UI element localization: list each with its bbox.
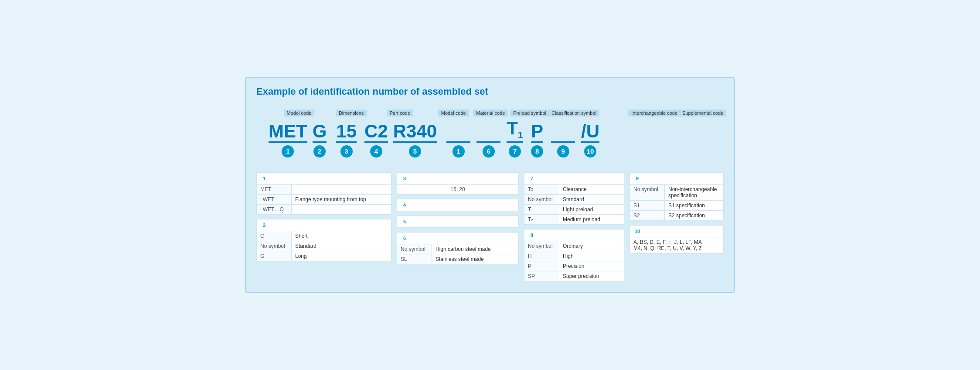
table-row: No symbol Standard	[524, 194, 624, 204]
table4-header: 4 Number of slide unit (2)	[397, 199, 519, 211]
table-row: No symbol Ordinary	[524, 241, 624, 251]
table-row: T₁ Light preload	[524, 204, 624, 214]
table9-header: 9 Interchangeable	[630, 172, 724, 184]
col-right: 7 Preload amount Tc Clearance No symbol …	[524, 172, 624, 281]
table-size: 3 Size 15, 20	[397, 172, 519, 195]
table-row: No symbol Non-interchangeable specificat…	[630, 184, 724, 200]
table-row: MET	[257, 184, 391, 194]
table-row: P Precision	[524, 261, 624, 271]
code-blank-6: 6	[476, 123, 500, 158]
tables-section: 1 Model MET LWET Flange type mounting fr…	[256, 172, 724, 281]
table2-header: 2 Length of slide unit	[257, 219, 391, 231]
code-blank-9: 9	[551, 123, 575, 158]
table3-header: 3 Size	[397, 172, 519, 184]
table-special-spec: 10 Special specification A, BS, D, E, F,…	[630, 225, 724, 254]
table-row: Tc Clearance	[524, 184, 624, 194]
code-blank-1: 1	[446, 123, 470, 158]
table-row: G Long	[257, 251, 391, 261]
table-row: No symbol Standard	[257, 241, 391, 251]
table-accuracy: 8 Accuracy class No symbol Ordinary H Hi…	[524, 229, 624, 281]
label-material-code: Material code	[473, 110, 508, 116]
table-row: SP Super precision	[524, 271, 624, 281]
table-track-rail: 5 Length of track rail (340 mm)	[397, 216, 519, 228]
code-c2: C2 4	[364, 122, 388, 158]
table-material-type: 6 Material type No symbol High carbon st…	[397, 232, 519, 264]
table-row: LWET Flange type mounting from top	[257, 194, 391, 204]
table-row: H High	[524, 251, 624, 261]
table1-header: 1 Model	[257, 172, 391, 184]
table-row: No symbol High carbon steel made	[397, 244, 519, 254]
table-row: C Short	[257, 231, 391, 241]
label-classification-symbol: Classification symbol	[548, 110, 599, 116]
col-mid: 3 Size 15, 20 4 Nu	[397, 172, 519, 264]
code-t1: T1 7	[507, 119, 523, 157]
table-slide-unit-num: 4 Number of slide unit (2)	[397, 199, 519, 211]
table-row: SL Stainless steel made	[397, 254, 519, 264]
label-supplemental-code: Supplemental code	[679, 110, 726, 116]
col-far-right: 9 Interchangeable No symbol Non-intercha…	[630, 172, 724, 254]
label-part-code: Part code	[387, 110, 413, 116]
table-row: 15, 20	[397, 184, 519, 194]
code-15: 15 3	[336, 122, 357, 158]
main-container: Example of identification number of asse…	[245, 77, 735, 292]
label-dimensions: Dimensions	[336, 110, 367, 116]
code-r340: R340 5	[393, 122, 437, 158]
table8-header: 8 Accuracy class	[524, 229, 624, 241]
code-g: G 2	[313, 122, 327, 158]
label-model-code-1: Model code	[284, 110, 315, 116]
col-left: 1 Model MET LWET Flange type mounting fr…	[256, 172, 391, 261]
table-row: T₂ Medium preload	[524, 214, 624, 224]
diagram-section: Model code Dimensions Part code Model co…	[256, 105, 724, 164]
table-row: A, BS, D, E, F, I , J, L, LF, MA M4, N, …	[630, 237, 724, 253]
table10-header: 10 Special specification	[630, 225, 724, 237]
table5-header: 5 Length of track rail (340 mm)	[397, 216, 519, 227]
table-preload: 7 Preload amount Tc Clearance No symbol …	[524, 172, 624, 225]
table6-header: 6 Material type	[397, 232, 519, 244]
page-title: Example of identification number of asse…	[256, 86, 724, 97]
code-p: P 8	[531, 122, 543, 158]
table-interchangeable: 9 Interchangeable No symbol Non-intercha…	[630, 172, 724, 221]
label-interchangeable-code: Interchangeable code	[628, 110, 681, 116]
table-row: S2 S2 specification	[630, 210, 724, 220]
table7-header: 7 Preload amount	[524, 172, 624, 184]
code-slash-u: /U 10	[581, 122, 599, 158]
table-length-slide: 2 Length of slide unit C Short No symbol…	[256, 219, 391, 261]
label-preload-symbol: Preload symbol	[510, 110, 549, 116]
table-row: S1 S1 specification	[630, 200, 724, 210]
label-model-code-2: Model code	[438, 110, 469, 116]
table-row: LWET…Q	[257, 204, 391, 214]
code-met: MET 1	[269, 122, 307, 158]
table-model: 1 Model MET LWET Flange type mounting fr…	[256, 172, 391, 215]
